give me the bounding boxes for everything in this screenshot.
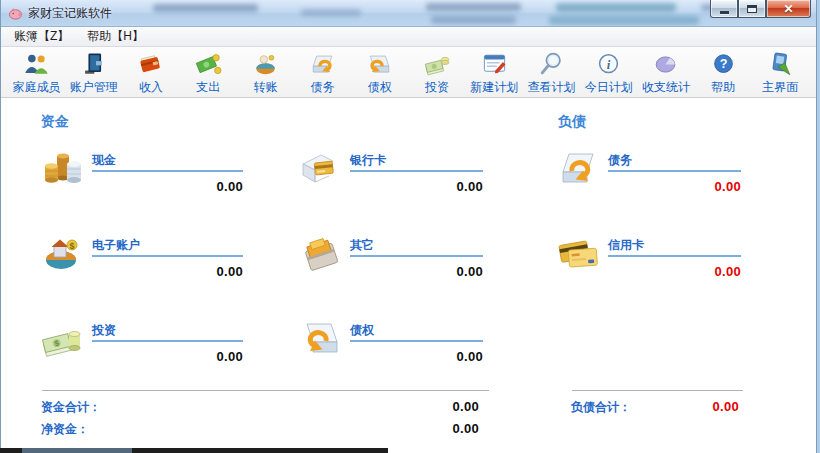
help-icon: ? [709,51,738,78]
item-value: 0.00 [350,257,483,279]
toolbar-label: 债务 [311,79,335,96]
net-assets-label: 净资金： [41,421,89,438]
restore-icon [747,5,757,13]
expense-money-icon [194,51,223,78]
item-value: 0.00 [92,342,243,364]
toolbar-button-help[interactable]: ? 帮助 [695,51,752,96]
net-assets-value: 0.00 [452,421,479,436]
income-wallet-icon [136,51,165,78]
liabilities-total-value: 0.00 [712,399,739,414]
glass-blur-artifact [556,3,676,12]
assets-total-row: 资金合计： 0.00 [41,399,479,416]
toolbar-button-income[interactable]: 收入 [122,51,179,96]
toolbar-label: 家庭成员 [13,79,61,96]
asset-item-investment[interactable]: $ 投资 0.00 [41,318,243,364]
toolbar-button-family-members[interactable]: 家庭成员 [8,51,65,96]
svg-text:$: $ [69,241,74,251]
debt-folder-icon [557,148,603,188]
account-book-icon [79,51,108,78]
liability-item-debt[interactable]: 债务 0.00 [557,148,741,194]
liabilities-total-label: 负债合计： [571,399,631,416]
investment-notes-icon: $ [41,318,87,358]
svg-text:?: ? [719,57,727,71]
toolbar-label: 投资 [425,79,449,96]
liability-item-credit-card[interactable]: 信用卡 0.00 [557,233,741,279]
toolbar-button-account-management[interactable]: 账户管理 [65,51,122,96]
toolbar-button-main-screen[interactable]: 主界面 [752,51,809,96]
minimize-button[interactable] [710,0,738,18]
toolbar-label: 新建计划 [470,79,518,96]
toolbar-button-debt[interactable]: 债务 [294,51,351,96]
item-label: 银行卡 [350,153,386,167]
assets-total-value: 0.00 [452,399,479,414]
maximize-button[interactable] [738,0,766,18]
toolbar-label: 收支统计 [642,79,690,96]
new-plan-icon [480,51,509,78]
item-label: 债务 [608,153,632,167]
item-label: 现金 [92,153,116,167]
item-value: 0.00 [350,172,483,194]
credit-card-icon [557,233,603,273]
glass-blur-artifact [301,9,361,16]
menu-ledger[interactable]: 账簿【Z】 [5,26,78,47]
asset-item-e-account[interactable]: $ 电子账户 0.00 [41,233,243,279]
title-bar[interactable]: 家财宝记账软件 ✕ [1,0,816,27]
assets-section-header: 资金 [41,113,69,131]
close-icon: ✕ [783,3,793,15]
asset-item-cash[interactable]: 现金 0.00 [41,148,243,194]
toolbar-button-expense[interactable]: 支出 [180,51,237,96]
liabilities-total-divider [572,390,743,391]
family-icon [22,51,51,78]
menu-help[interactable]: 帮助【H】 [78,26,153,47]
investment-icon [423,51,452,78]
toolbar-button-view-plan[interactable]: 查看计划 [523,51,580,96]
asset-item-credit[interactable]: 债权 0.00 [299,318,483,364]
net-assets-row: 净资金： 0.00 [41,421,479,438]
toolbar-label: 支出 [196,79,220,96]
credit-folder-icon [299,318,345,358]
summary-panel: 资金 负债 现金 0.00 [1,98,816,452]
item-value: 0.00 [608,172,741,194]
liabilities-total-row: 负债合计： 0.00 [571,399,739,416]
item-label: 信用卡 [608,238,644,252]
glass-blur-artifact [549,16,699,25]
toolbar-button-investment[interactable]: 投资 [409,51,466,96]
toolbar-label: 帮助 [711,79,735,96]
menu-bar: 账簿【Z】 帮助【H】 [1,27,816,47]
other-box-icon [299,233,345,273]
liabilities-section-header: 负债 [558,113,586,131]
toolbar-label: 主界面 [762,79,798,96]
item-label: 投资 [92,323,116,337]
close-button[interactable]: ✕ [766,0,811,18]
assets-total-divider [42,390,489,391]
glass-blur-artifact [431,16,516,24]
transfer-icon [251,51,280,78]
asset-item-bank-card[interactable]: 银行卡 0.00 [299,148,483,194]
toolbar-button-stats[interactable]: 收支统计 [637,51,694,96]
view-plan-icon [537,51,566,78]
toolbar-label: 今日计划 [585,79,633,96]
toolbar-label: 收入 [139,79,163,96]
toolbar-button-credit[interactable]: 债权 [351,51,408,96]
today-plan-icon: i [594,51,623,78]
item-value: 0.00 [92,172,243,194]
toolbar-button-new-plan[interactable]: 新建计划 [466,51,523,96]
window-title: 家财宝记账软件 [28,5,112,22]
app-window: 家财宝记账软件 ✕ 账簿【Z】 帮助【H】 家庭成员 [0,0,817,453]
bank-card-icon [299,148,345,188]
toolbar-label: 查看计划 [527,79,575,96]
toolbar-label: 债权 [368,79,392,96]
main-screen-icon [766,51,795,78]
toolbar-label: 账户管理 [70,79,118,96]
toolbar-label: 转账 [253,79,277,96]
glass-blur-artifact [153,4,258,12]
asset-item-other[interactable]: 其它 0.00 [299,233,483,279]
taskbar-button-sliver [22,448,132,453]
coins-icon [41,148,87,188]
item-value: 0.00 [608,257,741,279]
toolbar-button-today-plan[interactable]: i 今日计划 [580,51,637,96]
toolbar-button-transfer[interactable]: 转账 [237,51,294,96]
svg-text:i: i [607,57,611,71]
assets-total-label: 资金合计： [41,399,101,416]
item-label: 债权 [350,323,374,337]
